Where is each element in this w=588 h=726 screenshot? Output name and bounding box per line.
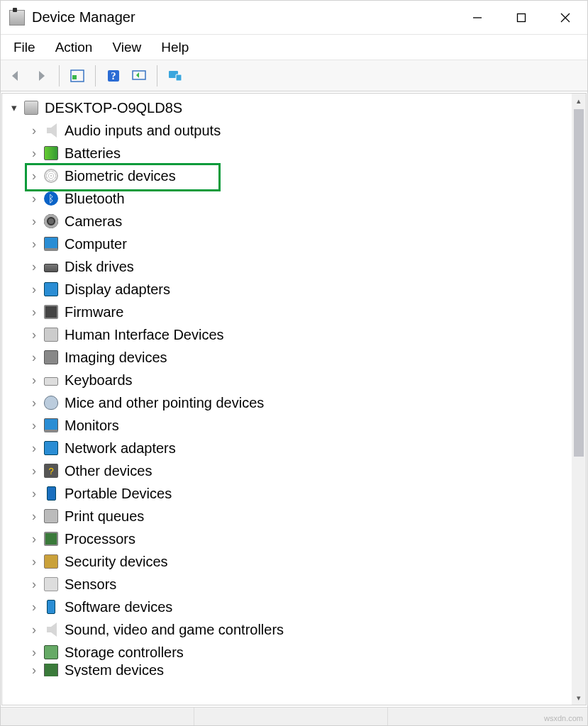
chevron-right-icon[interactable] bbox=[26, 600, 42, 615]
tree-item-portable[interactable]: Portable Devices bbox=[26, 482, 572, 505]
mouse-icon bbox=[43, 395, 59, 411]
tree-item-bluetooth[interactable]: ᛒBluetooth bbox=[26, 187, 572, 210]
tree-item-sound[interactable]: Sound, video and game controllers bbox=[26, 618, 572, 641]
tree-item-display[interactable]: Display adapters bbox=[26, 278, 572, 301]
tree-item-label: Other devices bbox=[65, 463, 152, 479]
tree-item-label: Cameras bbox=[65, 213, 122, 230]
tree-item-label: Print queues bbox=[65, 508, 144, 525]
chevron-right-icon[interactable] bbox=[26, 282, 42, 297]
chevron-right-icon[interactable] bbox=[26, 123, 42, 138]
chevron-right-icon[interactable] bbox=[26, 645, 42, 660]
printer-icon bbox=[43, 508, 59, 524]
tree-item-batteries[interactable]: Batteries bbox=[26, 142, 572, 164]
tree-item-label: Sound, video and game controllers bbox=[65, 622, 284, 638]
gpu-icon bbox=[43, 281, 59, 297]
tree-item-security[interactable]: Security devices bbox=[26, 550, 572, 573]
tree-item-label: Firmware bbox=[65, 304, 123, 320]
tree-root[interactable]: DESKTOP-O9QLD8S bbox=[6, 96, 572, 119]
tree-item-system[interactable]: System devices bbox=[26, 664, 572, 676]
chevron-right-icon[interactable] bbox=[26, 373, 42, 388]
chevron-right-icon[interactable] bbox=[26, 418, 42, 433]
chevron-right-icon[interactable] bbox=[26, 486, 42, 501]
tree-item-label: Display adapters bbox=[65, 281, 170, 298]
security-icon bbox=[43, 554, 59, 569]
battery-icon bbox=[43, 145, 59, 161]
tree-item-storage[interactable]: Storage controllers bbox=[26, 641, 572, 664]
tree-item-biometric[interactable]: Biometric devices bbox=[26, 164, 572, 187]
sensor-icon bbox=[43, 576, 59, 592]
chevron-right-icon[interactable] bbox=[26, 214, 42, 229]
tree-item-cameras[interactable]: Cameras bbox=[26, 210, 572, 233]
device-tree[interactable]: DESKTOP-O9QLD8SAudio inputs and outputsB… bbox=[2, 94, 572, 705]
chevron-right-icon[interactable] bbox=[26, 305, 42, 320]
software-icon bbox=[43, 599, 59, 615]
menu-view[interactable]: View bbox=[104, 37, 150, 58]
chevron-right-icon[interactable] bbox=[26, 350, 42, 365]
chevron-right-icon[interactable] bbox=[26, 396, 42, 411]
tree-item-label: Sensors bbox=[65, 576, 116, 593]
chevron-right-icon[interactable] bbox=[26, 577, 42, 592]
properties-pane-button[interactable] bbox=[65, 65, 89, 87]
chevron-right-icon[interactable] bbox=[26, 191, 42, 206]
tree-item-keyboards[interactable]: Keyboards bbox=[26, 369, 572, 391]
tree-item-label: Storage controllers bbox=[65, 644, 184, 661]
back-button[interactable] bbox=[4, 65, 28, 87]
menu-action[interactable]: Action bbox=[47, 37, 101, 58]
chevron-right-icon[interactable] bbox=[26, 441, 42, 456]
forward-button[interactable] bbox=[29, 65, 53, 87]
chevron-right-icon[interactable] bbox=[26, 464, 42, 479]
tree-item-firmware[interactable]: Firmware bbox=[26, 301, 572, 323]
close-button[interactable] bbox=[543, 1, 587, 35]
keyboard-icon bbox=[43, 372, 59, 388]
chevron-right-icon[interactable] bbox=[26, 237, 42, 252]
display-icon bbox=[43, 418, 59, 433]
chevron-right-icon[interactable] bbox=[26, 259, 42, 274]
chevron-right-icon[interactable] bbox=[26, 169, 42, 184]
bluetooth-icon: ᛒ bbox=[43, 191, 59, 206]
chevron-right-icon[interactable] bbox=[26, 622, 42, 637]
chevron-right-icon[interactable] bbox=[26, 328, 42, 342]
tree-item-monitors[interactable]: Monitors bbox=[26, 414, 572, 437]
tree-item-other[interactable]: ?Other devices bbox=[26, 459, 572, 482]
tree-item-label: Disk drives bbox=[65, 259, 134, 275]
menu-file[interactable]: File bbox=[5, 37, 44, 58]
svg-rect-10 bbox=[176, 74, 182, 81]
portable-icon bbox=[43, 486, 59, 501]
chevron-right-icon[interactable] bbox=[26, 509, 42, 524]
tree-item-network[interactable]: Network adapters bbox=[26, 437, 572, 459]
tree-item-sensors[interactable]: Sensors bbox=[26, 573, 572, 596]
tree-item-software[interactable]: Software devices bbox=[26, 596, 572, 618]
scroll-up-arrow-icon[interactable]: ▴ bbox=[572, 94, 586, 108]
nic-icon bbox=[43, 440, 59, 456]
scroll-thumb[interactable] bbox=[574, 109, 584, 457]
tree-item-imaging[interactable]: Imaging devices bbox=[26, 346, 572, 369]
svg-text:?: ? bbox=[111, 71, 116, 82]
fingerprint-icon bbox=[43, 168, 59, 184]
chevron-right-icon[interactable] bbox=[26, 532, 42, 547]
maximize-button[interactable] bbox=[499, 1, 543, 35]
tree-item-hid[interactable]: Human Interface Devices bbox=[26, 323, 572, 346]
hid-icon bbox=[43, 327, 59, 342]
tree-item-label: Human Interface Devices bbox=[65, 327, 224, 343]
scroll-down-arrow-icon[interactable]: ▾ bbox=[572, 691, 586, 705]
camera-icon bbox=[43, 213, 59, 229]
menu-help[interactable]: Help bbox=[152, 37, 197, 58]
tree-item-processors[interactable]: Processors bbox=[26, 527, 572, 550]
tree-container: DESKTOP-O9QLD8SAudio inputs and outputsB… bbox=[1, 93, 587, 705]
tree-item-audio[interactable]: Audio inputs and outputs bbox=[26, 119, 572, 142]
tree-item-computer[interactable]: Computer bbox=[26, 233, 572, 255]
tree-item-diskdrives[interactable]: Disk drives bbox=[26, 255, 572, 278]
chevron-down-icon[interactable] bbox=[6, 101, 22, 114]
minimize-button[interactable] bbox=[455, 1, 499, 35]
tree-item-label: Audio inputs and outputs bbox=[65, 123, 221, 139]
window-title: Device Manager bbox=[32, 9, 135, 26]
vertical-scrollbar[interactable]: ▴ ▾ bbox=[572, 94, 586, 705]
scan-hardware-button[interactable] bbox=[127, 65, 151, 87]
chevron-right-icon[interactable] bbox=[26, 554, 42, 569]
tree-item-mice[interactable]: Mice and other pointing devices bbox=[26, 391, 572, 414]
chevron-right-icon[interactable] bbox=[26, 146, 42, 161]
help-button[interactable]: ? bbox=[101, 65, 126, 87]
chevron-right-icon[interactable] bbox=[26, 664, 42, 676]
tree-item-print[interactable]: Print queues bbox=[26, 505, 572, 527]
devices-view-button[interactable] bbox=[163, 65, 187, 87]
